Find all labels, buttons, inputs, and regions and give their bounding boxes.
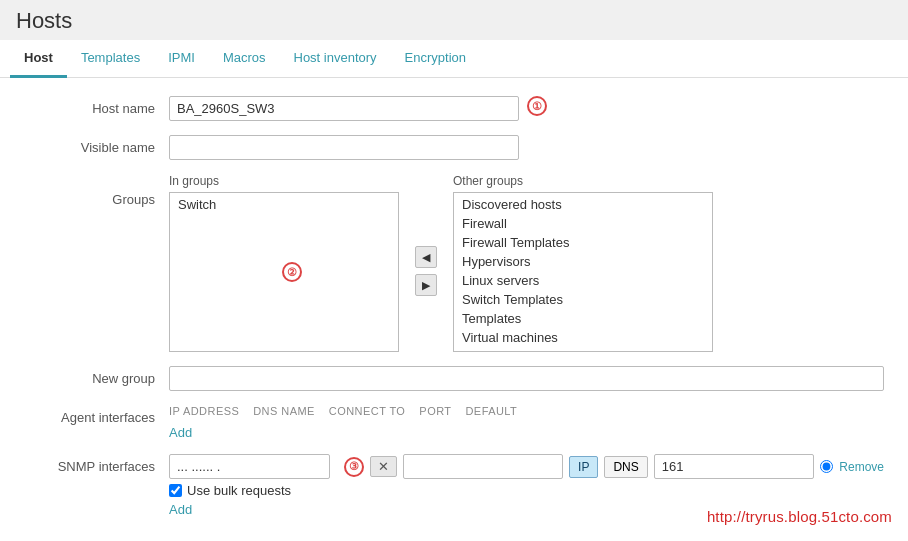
other-group-item-3: Hypervisors [454, 252, 712, 271]
move-left-button[interactable]: ◀ [415, 246, 437, 268]
other-groups-label: Other groups [453, 174, 713, 188]
other-groups-listbox[interactable]: Discovered hosts Firewall Firewall Templ… [453, 192, 713, 352]
remove-link[interactable]: Remove [839, 460, 884, 474]
visible-name-row: Visible name [24, 135, 884, 160]
use-bulk-requests-checkbox[interactable] [169, 484, 182, 497]
interfaces-columns-header: IP ADDRESS DNS NAME CONNECT TO PORT DEFA… [169, 405, 531, 417]
snmp-interface-entry: ③ ✕ IP DNS Remove [169, 454, 884, 479]
other-group-item-6: Templates [454, 309, 712, 328]
hostname-row: Host name ① [24, 96, 884, 121]
other-group-item-2: Firewall Templates [454, 233, 712, 252]
snmp-connect-input[interactable] [403, 454, 564, 479]
snmp-interfaces-content: ③ ✕ IP DNS Remove Use bulk requests Add [169, 454, 884, 517]
add-snmp-interface-link[interactable]: Add [169, 502, 192, 517]
other-group-item-1: Firewall [454, 214, 712, 233]
col-port: PORT [419, 405, 451, 417]
other-group-item-4: Linux servers [454, 271, 712, 290]
visible-name-input[interactable] [169, 135, 519, 160]
default-radio-label[interactable] [820, 460, 833, 473]
tab-macros[interactable]: Macros [209, 40, 280, 78]
groups-control: In groups Switch ② ◀ ▶ Other groups Disc… [169, 174, 713, 352]
tab-ipmi[interactable]: IPMI [154, 40, 209, 78]
circle-one: ① [527, 96, 547, 116]
in-groups-col: In groups Switch ② [169, 174, 399, 352]
agent-interfaces-label: Agent interfaces [24, 405, 169, 425]
tab-templates[interactable]: Templates [67, 40, 154, 78]
use-bulk-requests-row: Use bulk requests [169, 483, 884, 498]
hostname-label: Host name [24, 96, 169, 116]
add-agent-interface-link[interactable]: Add [169, 425, 192, 440]
snmp-ip-input[interactable] [169, 454, 330, 479]
arrow-buttons: ◀ ▶ [415, 246, 437, 296]
in-groups-listbox[interactable]: Switch ② [169, 192, 399, 352]
col-connect: CONNECT TO [329, 405, 406, 417]
other-group-item-8: Windows Server [454, 347, 712, 352]
in-groups-label: In groups [169, 174, 399, 188]
visible-name-label: Visible name [24, 135, 169, 155]
snmp-clear-button[interactable]: ✕ [370, 456, 397, 477]
col-ip: IP ADDRESS [169, 405, 239, 417]
move-right-button[interactable]: ▶ [415, 274, 437, 296]
new-group-input[interactable] [169, 366, 884, 391]
agent-interfaces-content: IP ADDRESS DNS NAME CONNECT TO PORT DEFA… [169, 405, 531, 440]
visible-name-control [169, 135, 519, 160]
port-input[interactable] [654, 454, 815, 479]
snmp-interfaces-row: SNMP interfaces ③ ✕ IP DNS Remove Use bu… [24, 454, 884, 517]
use-bulk-requests-label: Use bulk requests [187, 483, 291, 498]
other-group-item-5: Switch Templates [454, 290, 712, 309]
other-group-item-0: Discovered hosts [454, 195, 712, 214]
other-group-item-7: Virtual machines [454, 328, 712, 347]
groups-label: Groups [24, 174, 169, 207]
snmp-interfaces-label: SNMP interfaces [24, 454, 169, 474]
groups-row: Groups In groups Switch ② ◀ ▶ Other grou… [24, 174, 884, 352]
col-default: DEFAULT [465, 405, 517, 417]
hostname-input[interactable] [169, 96, 519, 121]
ip-toggle-button[interactable]: IP [569, 456, 598, 478]
agent-interfaces-row: Agent interfaces IP ADDRESS DNS NAME CON… [24, 405, 884, 440]
tab-host-inventory[interactable]: Host inventory [280, 40, 391, 78]
other-groups-col: Other groups Discovered hosts Firewall F… [453, 174, 713, 352]
form-area: Host name ① Visible name Groups In group… [0, 78, 908, 541]
circle-three: ③ [344, 457, 364, 477]
tab-encryption[interactable]: Encryption [391, 40, 480, 78]
tabs-bar: Host Templates IPMI Macros Host inventor… [0, 40, 908, 78]
dns-toggle-button[interactable]: DNS [604, 456, 647, 478]
in-groups-item-switch: Switch [170, 195, 398, 214]
hostname-control [169, 96, 519, 121]
new-group-label: New group [24, 366, 169, 386]
tab-host[interactable]: Host [10, 40, 67, 78]
col-dns: DNS NAME [253, 405, 315, 417]
circle-two: ② [282, 262, 302, 282]
new-group-row: New group [24, 366, 884, 391]
default-radio[interactable] [820, 460, 833, 473]
page-title: Hosts [0, 0, 908, 40]
